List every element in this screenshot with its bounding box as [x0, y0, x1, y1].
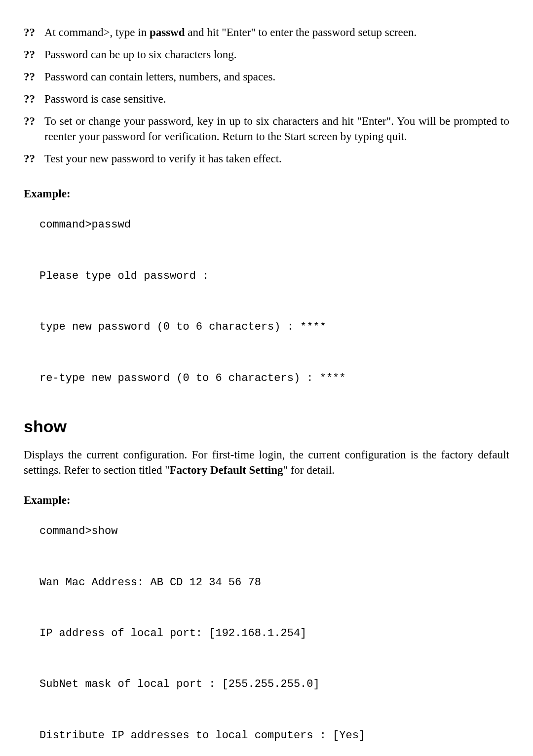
bullet-marker: ?? [24, 113, 44, 144]
bullet-text-pre: To set or change your password, key in u… [44, 115, 509, 143]
bullet-item: ??Password can contain letters, numbers,… [24, 69, 509, 84]
bullet-item: ??To set or change your password, key in… [24, 113, 509, 144]
bullet-marker: ?? [24, 47, 44, 62]
bullet-text: Password is case sensitive. [44, 91, 166, 107]
bullet-item: ??Password can be up to six characters l… [24, 47, 509, 62]
bullet-text-pre: Password can contain letters, numbers, a… [44, 71, 275, 83]
example1-code: command>passwd Please type old password … [39, 212, 509, 391]
bullet-marker: ?? [24, 91, 44, 107]
show-para-post: " for detail. [283, 464, 335, 476]
bullet-text: To set or change your password, key in u… [44, 113, 509, 144]
section-heading-show: show [24, 416, 509, 438]
bullet-text-post: and hit "Enter" to enter the password se… [185, 26, 417, 38]
bullet-marker: ?? [24, 151, 44, 166]
bullet-text-bold: passwd [150, 26, 185, 38]
example-label-1: Example: [24, 186, 509, 201]
bullet-list: ??At command>, type in passwd and hit "E… [24, 25, 509, 166]
bullet-text-pre: Password is case sensitive. [44, 93, 166, 105]
example-label-2: Example: [24, 492, 509, 508]
bullet-text: At command>, type in passwd and hit "Ent… [44, 25, 417, 40]
bullet-text: Password can be up to six characters lon… [44, 47, 237, 62]
bullet-text-pre: Test your new password to verify it has … [44, 152, 282, 165]
bullet-marker: ?? [24, 69, 44, 84]
bullet-text: Test your new password to verify it has … [44, 151, 282, 166]
bullet-item: ??Password is case sensitive. [24, 91, 509, 107]
bullet-text: Password can contain letters, numbers, a… [44, 69, 275, 84]
example2-code: command>show Wan Mac Address: AB CD 12 3… [39, 519, 509, 756]
bullet-text-pre: At command>, type in [44, 26, 150, 38]
bullet-item: ??At command>, type in passwd and hit "E… [24, 25, 509, 40]
bullet-text-pre: Password can be up to six characters lon… [44, 48, 237, 61]
bullet-item: ??Test your new password to verify it ha… [24, 151, 509, 166]
show-para-bold: Factory Default Setting [170, 464, 283, 476]
bullet-marker: ?? [24, 25, 44, 40]
show-description: Displays the current configuration. For … [24, 447, 509, 478]
